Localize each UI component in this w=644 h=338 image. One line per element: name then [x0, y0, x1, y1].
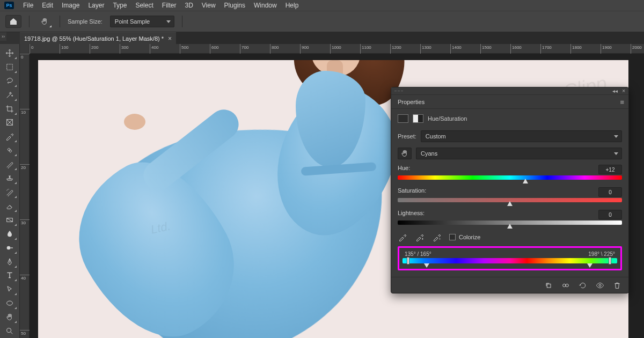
svg-rect-0: [7, 64, 13, 70]
tool-pen[interactable]: [2, 255, 18, 269]
tool-clone-stamp[interactable]: [2, 171, 18, 185]
reset-icon[interactable]: [578, 281, 588, 290]
collapse-icon[interactable]: ◂◂: [612, 88, 618, 94]
range-right: 198° \ 225°: [588, 251, 615, 257]
menu-plugins[interactable]: Plugins: [221, 1, 249, 10]
expand-panels-handle[interactable]: ››: [0, 32, 6, 41]
svg-point-10: [599, 284, 601, 286]
menu-help[interactable]: Help: [282, 1, 303, 10]
menu-image[interactable]: Image: [58, 1, 83, 10]
hue-thumb[interactable]: [523, 179, 528, 183]
delete-icon[interactable]: [612, 281, 622, 290]
tool-blur[interactable]: [2, 227, 18, 241]
range-marker[interactable]: [424, 263, 429, 268]
properties-panel[interactable]: ◂◂ × Properties ≡ Hue/Saturation Preset:…: [391, 87, 629, 293]
saturation-track[interactable]: [398, 198, 622, 202]
panel-body: Hue/Saturation Preset: Custom Cyans Hue:…: [391, 109, 628, 277]
eyedropper-subtract[interactable]: [432, 232, 442, 242]
menu-edit[interactable]: Edit: [38, 1, 57, 10]
range-spectrum[interactable]: [402, 258, 617, 264]
saturation-label: Saturation:: [398, 187, 426, 197]
toolbox: [0, 44, 20, 338]
app-root: Ps File Edit Image Layer Type Select Fil…: [0, 0, 644, 338]
tool-lasso[interactable]: [2, 74, 18, 88]
tool-move[interactable]: [2, 46, 18, 60]
lightness-thumb[interactable]: [507, 224, 513, 229]
preset-select[interactable]: Custom: [421, 130, 622, 142]
divider: [182, 16, 182, 27]
document-tabstrip: 19718.jpg @ 55% (Hue/Saturation 1, Layer…: [20, 32, 644, 44]
adjustment-icon[interactable]: [398, 114, 408, 123]
colorize-checkbox[interactable]: Colorize: [449, 234, 480, 240]
channel-select[interactable]: Cyans: [416, 148, 622, 159]
range-marker[interactable]: [407, 257, 409, 264]
hand-scrubby-icon: [40, 17, 49, 26]
close-icon[interactable]: ×: [622, 88, 625, 94]
sample-size-select[interactable]: Point Sample: [110, 16, 174, 27]
tool-magic-wand[interactable]: [2, 88, 18, 102]
saturation-value[interactable]: 0: [598, 187, 622, 197]
hue-track[interactable]: [398, 175, 622, 180]
eyedropper-add[interactable]: [415, 232, 425, 242]
lightness-value[interactable]: 0: [598, 210, 622, 219]
tool-type[interactable]: [2, 269, 18, 283]
options-bar: Sample Size: Point Sample: [0, 11, 644, 32]
tool-history-brush[interactable]: [2, 185, 18, 199]
colorize-label: Colorize: [459, 234, 480, 240]
close-icon[interactable]: ×: [168, 35, 172, 42]
lightness-track[interactable]: [398, 221, 622, 225]
canvas-figure: [86, 60, 419, 338]
ruler-vertical[interactable]: 01020304050: [20, 54, 30, 338]
view-previous-icon[interactable]: [561, 281, 570, 290]
ruler-horizontal[interactable]: 0100200300400500600700800900100011001200…: [30, 44, 644, 54]
tool-path-select[interactable]: [2, 282, 18, 296]
layer-mask-icon[interactable]: [413, 114, 423, 123]
lightness-slider: Lightness:0: [398, 210, 622, 225]
menu-filter[interactable]: Filter: [158, 1, 180, 10]
range-marker[interactable]: [587, 263, 592, 268]
svg-point-6: [7, 328, 11, 333]
svg-point-5: [7, 301, 13, 305]
ruler-origin[interactable]: [20, 44, 30, 54]
menu-select[interactable]: Select: [131, 1, 157, 10]
tool-zoom[interactable]: [2, 324, 18, 338]
tool-brush[interactable]: [2, 157, 18, 171]
saturation-thumb[interactable]: [507, 201, 513, 206]
eyedropper-set[interactable]: [398, 232, 407, 242]
tool-healing[interactable]: [2, 143, 18, 157]
targeted-adjust-tool[interactable]: [398, 148, 412, 159]
tool-marquee[interactable]: [2, 60, 18, 74]
tool-gradient[interactable]: [2, 213, 18, 227]
panel-chrome[interactable]: ◂◂ ×: [391, 87, 628, 95]
menu-view[interactable]: View: [198, 1, 219, 10]
saturation-slider: Saturation:0: [398, 187, 622, 202]
tool-shape[interactable]: [2, 296, 18, 310]
hue-value[interactable]: +12: [598, 165, 622, 174]
lightness-label: Lightness:: [398, 210, 425, 219]
visibility-icon[interactable]: [595, 281, 605, 290]
menu-window[interactable]: Window: [250, 1, 281, 10]
range-marker[interactable]: [609, 257, 611, 264]
menu-3d[interactable]: 3D: [181, 1, 196, 10]
tab-properties[interactable]: Properties: [391, 96, 431, 108]
menubar: Ps File Edit Image Layer Type Select Fil…: [0, 0, 644, 11]
panel-menu-icon[interactable]: ≡: [616, 96, 628, 108]
document-tab[interactable]: 19718.jpg @ 55% (Hue/Saturation 1, Layer…: [20, 32, 176, 44]
range-left: 135° / 165°: [405, 251, 431, 257]
menu-layer[interactable]: Layer: [84, 1, 108, 10]
home-button[interactable]: [5, 15, 21, 28]
tool-hand[interactable]: [2, 310, 18, 324]
tool-dodge[interactable]: [2, 241, 18, 255]
current-tool-icon[interactable]: [37, 15, 52, 28]
color-range-strip: 135° / 165° 198° \ 225°: [398, 246, 622, 270]
tool-eyedropper[interactable]: [2, 129, 18, 143]
preset-row: Preset: Custom: [398, 130, 622, 142]
menu-file[interactable]: File: [19, 1, 37, 10]
tool-crop[interactable]: [2, 102, 18, 116]
tool-eraser[interactable]: [2, 199, 18, 213]
adjustment-name: Hue/Saturation: [428, 115, 467, 122]
eyedropper-row: Colorize: [398, 232, 622, 242]
tool-frame[interactable]: [2, 116, 18, 130]
menu-type[interactable]: Type: [109, 1, 130, 10]
clip-to-layer-icon[interactable]: [544, 281, 553, 290]
